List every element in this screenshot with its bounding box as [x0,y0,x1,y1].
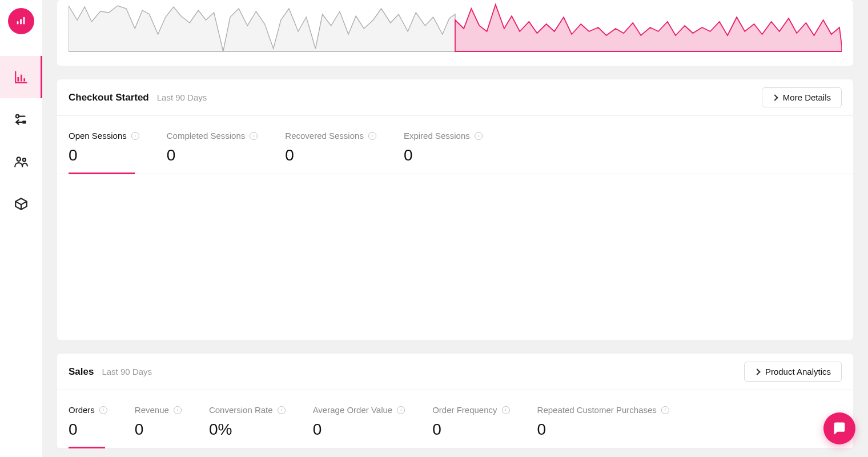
product-analytics-button[interactable]: Product Analytics [744,362,842,382]
sales-tabs: Ordersi 0 Revenuei 0 Conversion Ratei 0%… [57,390,853,448]
tab-label: Orders [69,405,95,415]
tab-orders[interactable]: Ordersi 0 [69,405,107,448]
tab-order-frequency[interactable]: Order Frequencyi 0 [432,405,509,448]
tab-label: Average Order Value [313,405,393,415]
tab-repeated-purchases[interactable]: Repeated Customer Purchasesi 0 [537,405,669,448]
nav-analytics[interactable] [0,56,42,98]
info-icon[interactable]: i [131,132,139,140]
tab-expired-sessions[interactable]: Expired Sessionsi 0 [404,131,483,174]
chat-icon [831,420,847,436]
people-icon [14,154,29,169]
checkout-header: Checkout Started Last 90 Days More Detai… [57,79,853,116]
checkout-tabs: Open Sessionsi 0 Completed Sessionsi 0 R… [57,116,853,174]
bars-icon [15,15,27,27]
tab-value: 0 [285,146,376,165]
more-details-button[interactable]: More Details [762,87,842,107]
checkout-title: Checkout Started [69,92,149,103]
svg-point-9 [23,158,26,161]
svg-rect-1 [20,19,22,24]
info-icon[interactable]: i [174,406,182,414]
tab-value: 0 [313,420,405,439]
info-icon[interactable]: i [278,406,286,414]
tab-value: 0 [69,146,139,165]
tab-label: Revenue [135,405,169,415]
top-chart-card [57,0,853,66]
brand-logo[interactable] [8,8,34,34]
tab-label: Repeated Customer Purchases [537,405,657,415]
svg-rect-0 [17,21,19,25]
sales-header: Sales Last 90 Days Product Analytics [57,354,853,390]
svg-rect-7 [22,121,26,123]
tab-open-sessions[interactable]: Open Sessionsi 0 [69,131,139,174]
flow-icon [14,112,29,127]
info-icon[interactable]: i [661,406,669,414]
main-content: Checkout Started Last 90 Days More Detai… [42,0,868,457]
chart-icon [14,70,29,85]
chevron-right-icon [754,368,760,375]
tab-value: 0 [432,420,509,439]
tab-label: Open Sessions [69,131,127,141]
svg-rect-4 [21,75,22,82]
info-icon[interactable]: i [397,406,405,414]
tab-value: 0 [404,146,483,165]
info-icon[interactable]: i [368,132,376,140]
info-icon[interactable]: i [99,406,107,414]
svg-rect-3 [18,77,19,82]
tab-completed-sessions[interactable]: Completed Sessionsi 0 [167,131,258,174]
chevron-right-icon [771,94,778,101]
tab-recovered-sessions[interactable]: Recovered Sessionsi 0 [285,131,376,174]
tab-value: 0% [209,420,286,439]
info-icon[interactable]: i [475,132,483,140]
svg-rect-5 [23,78,25,81]
sales-card: Sales Last 90 Days Product Analytics Ord… [57,354,853,448]
svg-rect-2 [23,17,25,25]
sales-subtitle: Last 90 Days [102,367,152,376]
tab-label: Conversion Rate [209,405,273,415]
tab-value: 0 [69,420,107,439]
checkout-body [57,174,853,340]
button-label: Product Analytics [765,367,831,376]
box-icon [14,197,29,211]
checkout-subtitle: Last 90 Days [157,93,207,102]
tab-value: 0 [135,420,182,439]
tab-revenue[interactable]: Revenuei 0 [135,405,182,448]
tab-value: 0 [167,146,258,165]
nav-flows[interactable] [0,98,42,141]
svg-point-8 [17,157,21,161]
top-chart [69,0,842,66]
tab-label: Expired Sessions [404,131,470,141]
svg-point-6 [16,115,19,118]
info-icon[interactable]: i [502,406,510,414]
tab-value: 0 [537,420,669,439]
tab-label: Order Frequency [432,405,497,415]
checkout-card: Checkout Started Last 90 Days More Detai… [57,79,853,340]
tab-avg-order-value[interactable]: Average Order Valuei 0 [313,405,405,448]
button-label: More Details [783,93,831,102]
info-icon[interactable]: i [250,132,258,140]
sidebar [0,0,42,457]
tab-label: Completed Sessions [167,131,246,141]
sales-title: Sales [69,366,94,378]
nav-products[interactable] [0,183,42,225]
nav-customers[interactable] [0,141,42,183]
tab-conversion-rate[interactable]: Conversion Ratei 0% [209,405,286,448]
chat-launcher[interactable] [823,412,855,444]
tab-label: Recovered Sessions [285,131,364,141]
